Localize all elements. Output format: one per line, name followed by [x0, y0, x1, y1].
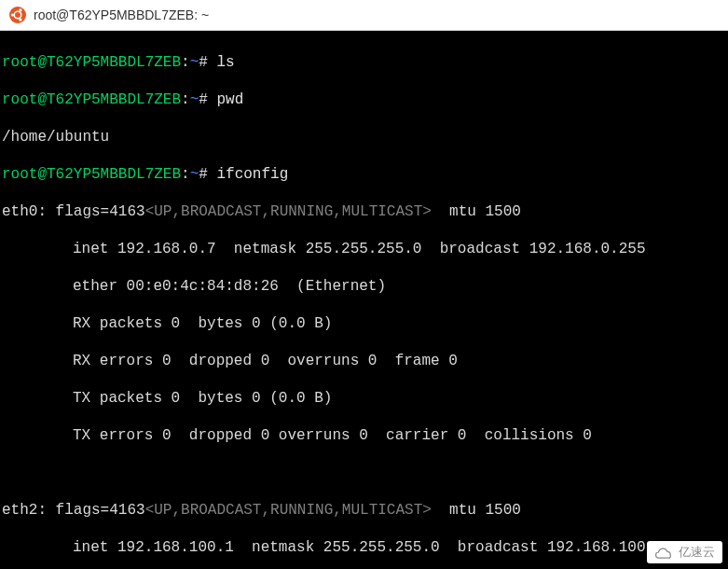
ubuntu-icon	[9, 7, 26, 23]
eth0-tx-errors: TX errors 0 dropped 0 overruns 0 carrier…	[2, 426, 726, 445]
prompt-hash: #	[199, 54, 216, 71]
eth2-header: eth2: flags=4163<UP,BROADCAST,RUNNING,MU…	[2, 501, 726, 520]
prompt-sep: :	[181, 91, 190, 108]
window-titlebar: root@T62YP5MBBDL7ZEB: ~	[0, 0, 728, 31]
prompt-tilde: ~	[190, 91, 199, 108]
svg-point-3	[19, 8, 21, 11]
eth0-inet: inet 192.168.0.7 netmask 255.255.255.0 b…	[2, 240, 726, 258]
eth0-ether: ether 00:e0:4c:84:d8:26 (Ethernet)	[2, 277, 726, 296]
prompt-hash: #	[199, 91, 216, 108]
command-ls: ls	[216, 54, 234, 71]
cloud-icon	[654, 546, 675, 559]
terminal-area[interactable]: root@T62YP5MBBDL7ZEB:~# ls root@T62YP5MB…	[0, 31, 728, 569]
eth0-rx-errors: RX errors 0 dropped 0 overruns 0 frame 0	[2, 352, 726, 370]
svg-point-2	[11, 13, 14, 16]
watermark: 亿速云	[647, 541, 722, 563]
command-pwd: pwd	[216, 91, 243, 108]
prompt-tilde: ~	[190, 54, 199, 71]
prompt-user: root@T62YP5MBBDL7ZEB	[2, 91, 181, 108]
window-title: root@T62YP5MBBDL7ZEB: ~	[34, 7, 209, 22]
prompt-user: root@T62YP5MBBDL7ZEB	[2, 54, 181, 71]
watermark-text: 亿速云	[679, 545, 715, 560]
eth0-header: eth0: flags=4163<UP,BROADCAST,RUNNING,MU…	[2, 202, 726, 221]
prompt-sep: :	[181, 54, 190, 71]
prompt-user: root@T62YP5MBBDL7ZEB	[2, 166, 181, 183]
prompt-tilde: ~	[190, 166, 199, 183]
command-ifconfig: ifconfig	[216, 166, 288, 183]
pwd-output: /home/ubuntu	[2, 128, 726, 146]
prompt-sep: :	[181, 166, 190, 183]
eth0-rx-packets: RX packets 0 bytes 0 (0.0 B)	[2, 314, 726, 333]
eth2-inet: inet 192.168.100.1 netmask 255.255.255.0…	[2, 538, 726, 557]
eth0-tx-packets: TX packets 0 bytes 0 (0.0 B)	[2, 389, 726, 408]
svg-point-4	[19, 18, 21, 21]
prompt-hash: #	[199, 166, 216, 183]
